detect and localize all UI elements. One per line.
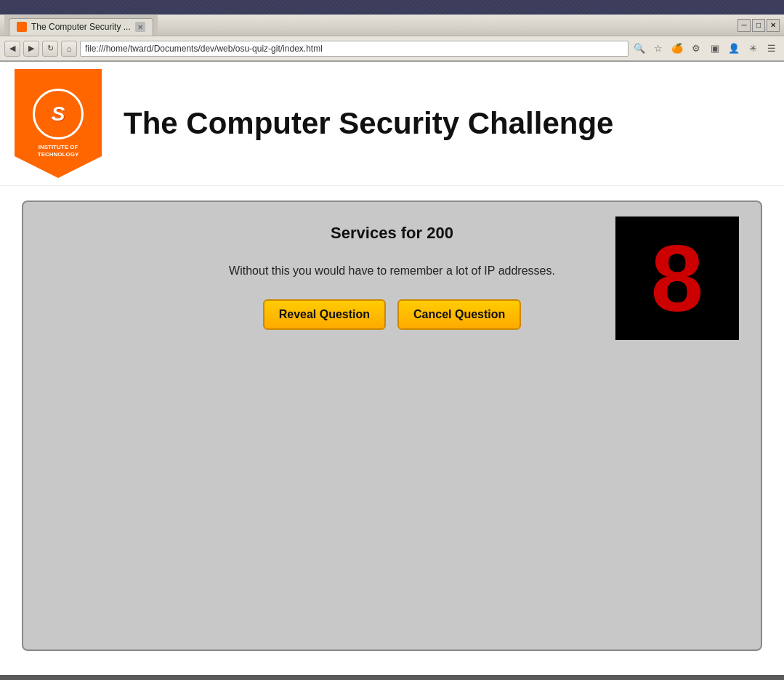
tab-close-button[interactable]: ✕	[135, 22, 145, 32]
forward-button[interactable]: ▶	[23, 41, 39, 57]
extension-icon-2[interactable]: ✳	[745, 41, 761, 57]
browser-toolbar-icons: 🔍 ☆ 🍊 ⚙ ▣ 👤 ✳ ☰	[631, 41, 780, 57]
cancel-question-button[interactable]: Cancel Question	[397, 299, 521, 330]
sidebar-icon[interactable]: ▣	[707, 41, 723, 57]
header-area: S INSTITUTE OF TECHNOLOGY The Computer S…	[0, 62, 784, 186]
browser-chrome: The Computer Security ... ✕ ─ □ ✕ ◀ ▶ ↻ …	[0, 15, 784, 62]
tab-favicon	[17, 22, 27, 32]
address-text: file:///home/tward/Documents/dev/web/osu…	[85, 44, 323, 54]
title-bar: The Computer Security ... ✕ ─ □ ✕	[0, 15, 784, 36]
maximize-button[interactable]: □	[752, 19, 765, 32]
settings-icon[interactable]: ⚙	[688, 41, 704, 57]
minimize-button[interactable]: ─	[737, 19, 751, 32]
quiz-container: Services for 200 Without this you would …	[22, 201, 762, 651]
wallpaper-top	[0, 0, 784, 15]
back-button[interactable]: ◀	[4, 41, 20, 57]
osu-logo: S INSTITUTE OF TECHNOLOGY	[15, 69, 102, 178]
page-title: The Computer Security Challenge	[124, 106, 613, 141]
profile-icon[interactable]: 👤	[726, 41, 742, 57]
menu-icon[interactable]: ☰	[764, 41, 780, 57]
address-bar[interactable]: file:///home/tward/Documents/dev/web/osu…	[80, 41, 629, 57]
logo-circle: S	[33, 89, 84, 139]
extension-icon-1[interactable]: 🍊	[669, 41, 685, 57]
tab-area: The Computer Security ... ✕	[4, 15, 158, 36]
timer-display: 8	[615, 216, 739, 340]
reveal-question-button[interactable]: Reveal Question	[263, 299, 386, 330]
window-controls: ─ □ ✕	[737, 19, 780, 32]
bookmark-icon[interactable]: ☆	[650, 41, 666, 57]
browser-tab[interactable]: The Computer Security ... ✕	[9, 18, 153, 36]
nav-bar: ◀ ▶ ↻ ⌂ file:///home/tward/Documents/dev…	[0, 36, 784, 61]
home-button[interactable]: ⌂	[61, 41, 77, 57]
search-icon[interactable]: 🔍	[631, 41, 647, 57]
reload-button[interactable]: ↻	[42, 41, 58, 57]
tab-label: The Computer Security ...	[31, 22, 131, 32]
page-content: S INSTITUTE OF TECHNOLOGY The Computer S…	[0, 62, 784, 675]
close-button[interactable]: ✕	[767, 19, 780, 32]
logo-text: INSTITUTE OF TECHNOLOGY	[38, 144, 78, 159]
osu-letter: S	[52, 102, 65, 126]
timer-value: 8	[651, 231, 703, 325]
